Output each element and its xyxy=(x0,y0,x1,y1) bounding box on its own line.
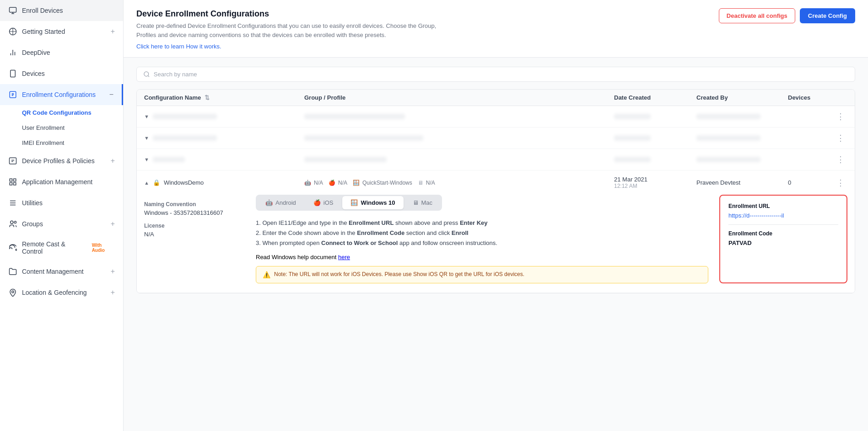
blurred-date xyxy=(614,114,651,119)
android-tab-icon: 🤖 xyxy=(265,199,273,206)
apple-icon: 🍎 xyxy=(329,180,335,186)
row-more-button[interactable]: ⋮ xyxy=(834,154,847,165)
sidebar-sub-label: IMEI Enrollment xyxy=(22,139,64,146)
cast-icon xyxy=(8,243,17,252)
sidebar-item-location[interactable]: Location & Geofencing + xyxy=(0,282,123,303)
row-more-button[interactable]: ⋮ xyxy=(834,112,847,122)
platform-pills: 🤖 N/A 🍎 N/A 🪟 QuickStart-Windows 🖥 N/A xyxy=(304,180,614,186)
blurred-profile xyxy=(304,114,405,119)
enrollment-icon xyxy=(8,90,17,99)
expand-arrow[interactable]: ▼ xyxy=(144,157,149,162)
devices-icon xyxy=(8,69,17,78)
sidebar-item-label: Enroll Devices xyxy=(22,7,63,14)
plus-icon: + xyxy=(111,220,115,228)
table-row: ▼ ⋮ xyxy=(137,149,855,170)
sidebar-item-enrollment-configurations[interactable]: Enrollment Configurations − xyxy=(0,84,123,105)
expand-arrow[interactable]: ▼ xyxy=(144,114,149,119)
blurred-profile xyxy=(304,135,423,141)
sidebar-item-getting-started[interactable]: Getting Started + xyxy=(0,21,123,42)
tab-android[interactable]: 🤖 Android xyxy=(257,196,304,209)
sidebar-item-qr-code[interactable]: QR Code Configurations xyxy=(22,105,123,120)
blurred-date xyxy=(614,135,651,141)
location-icon xyxy=(8,288,17,297)
sidebar-item-remote-cast[interactable]: Remote Cast & Control With Audio xyxy=(0,234,123,261)
created-by: Praveen Devtest xyxy=(696,179,788,186)
sidebar-item-device-profiles[interactable]: Device Profiles & Policies + xyxy=(0,150,123,171)
learn-link[interactable]: Click here to learn How it works. xyxy=(136,43,221,50)
badge-with-audio: With Audio xyxy=(92,243,115,253)
blurred-date xyxy=(614,157,651,162)
help-link[interactable]: here xyxy=(338,254,350,261)
warning-icon: ⚠️ xyxy=(263,271,270,278)
tab-windows[interactable]: 🪟 Windows 10 xyxy=(342,196,403,209)
svg-rect-0 xyxy=(10,7,16,12)
sidebar-item-label: Location & Geofencing xyxy=(22,289,87,296)
note-text: Note: The URL will not work for iOS Devi… xyxy=(274,271,524,277)
devices-count: 0 xyxy=(788,179,834,186)
tab-ios[interactable]: 🍎 iOS xyxy=(305,196,342,209)
date-created: 21 Mar 2021 12:12 AM xyxy=(614,176,696,189)
svg-point-20 xyxy=(144,72,149,76)
plus-icon: + xyxy=(111,27,115,36)
search-bar xyxy=(136,67,855,82)
windows-instructions: 1. Open IE11/Edge and type in the Enroll… xyxy=(256,218,708,248)
expand-arrow[interactable]: ▲ xyxy=(144,180,149,186)
sidebar-item-label: Remote Cast & Control xyxy=(22,240,86,255)
tab-mac[interactable]: 🖥 Mac xyxy=(404,196,441,209)
sidebar-item-app-management[interactable]: Application Management xyxy=(0,171,123,192)
minus-icon: − xyxy=(109,90,113,99)
sidebar-sub-label: QR Code Configurations xyxy=(22,109,92,116)
blurred-name xyxy=(153,157,185,162)
enrollment-url-value: https://d----------------il xyxy=(728,212,838,219)
lock-icon: 🔒 xyxy=(153,179,160,186)
plus-icon: + xyxy=(111,157,115,165)
star-icon xyxy=(8,27,17,36)
platform-android-na: N/A xyxy=(314,180,323,186)
sidebar-item-content-management[interactable]: Content Management + xyxy=(0,261,123,282)
sidebar-item-label: Utilities xyxy=(22,199,43,207)
monitor-icon xyxy=(8,6,17,15)
sidebar-item-enroll-devices[interactable]: Enroll Devices xyxy=(0,0,123,21)
windows-row-main: ▲ 🔒 WindowsDemo 🤖 N/A 🍎 N/A 🪟 QuickStart… xyxy=(137,170,855,195)
sidebar-item-utilities[interactable]: Utilities xyxy=(0,192,123,213)
expand-arrow[interactable]: ▼ xyxy=(144,135,149,141)
sidebar-item-groups[interactable]: Groups + xyxy=(0,213,123,234)
table-header: Configuration Name ⇅ Group / Profile Dat… xyxy=(137,90,855,106)
utilities-icon xyxy=(8,198,17,208)
sidebar-item-devices[interactable]: Devices xyxy=(0,63,123,84)
android-icon: 🤖 xyxy=(304,180,311,186)
sidebar-sub-label: User Enrollment xyxy=(22,124,65,131)
svg-rect-9 xyxy=(10,179,12,181)
profile-icon xyxy=(8,156,17,165)
sidebar-item-label: DeepDive xyxy=(22,49,50,56)
col-config-name: Configuration Name ⇅ xyxy=(144,94,304,101)
plus-icon: + xyxy=(111,288,115,297)
sidebar-item-label: Application Management xyxy=(22,178,92,186)
sidebar-item-user-enrollment[interactable]: User Enrollment xyxy=(22,120,123,135)
row-more-button[interactable]: ⋮ xyxy=(834,178,847,188)
sidebar-item-deepdive[interactable]: DeepDive xyxy=(0,42,123,63)
bar-chart-icon xyxy=(8,48,17,57)
sidebar-item-label: Enrollment Configurations xyxy=(22,91,96,98)
col-group-profile: Group / Profile xyxy=(304,94,614,101)
deactivate-all-button[interactable]: Deactivate all configs xyxy=(719,8,795,23)
sidebar-item-imei-enrollment[interactable]: IMEI Enrollment xyxy=(22,135,123,150)
sort-icon[interactable]: ⇅ xyxy=(205,94,210,101)
help-text: Read Windows help document here xyxy=(256,254,708,261)
monitor-small-icon: 🖥 xyxy=(418,180,423,186)
create-config-button[interactable]: Create Config xyxy=(800,8,855,23)
page-description: Create pre-defined Device Enrollment Con… xyxy=(136,21,457,39)
svg-point-17 xyxy=(14,221,16,223)
sidebar: Enroll Devices Getting Started + DeepDiv… xyxy=(0,0,124,431)
search-input[interactable] xyxy=(154,71,848,78)
sidebar-item-label: Groups xyxy=(22,220,43,228)
svg-rect-5 xyxy=(11,70,16,77)
plus-icon: + xyxy=(111,267,115,276)
divider xyxy=(728,224,838,225)
row-more-button[interactable]: ⋮ xyxy=(834,133,847,143)
windows-icon: 🪟 xyxy=(353,180,360,186)
blurred-profile xyxy=(304,157,387,162)
table-row: ▼ ⋮ xyxy=(137,106,855,128)
sidebar-item-label: Device Profiles & Policies xyxy=(22,157,95,165)
enrollment-code-label: Enrollment Code xyxy=(728,230,838,237)
